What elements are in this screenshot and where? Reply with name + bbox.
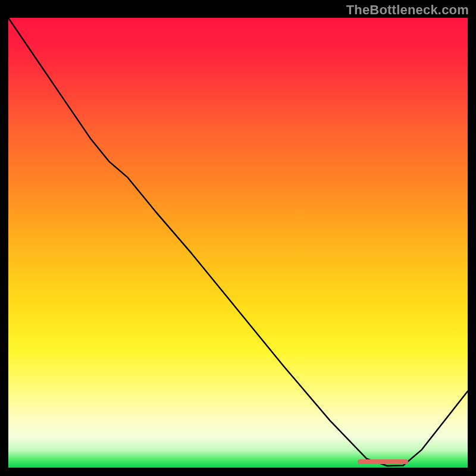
plot-area (8, 18, 468, 468)
chart-container: TheBottleneck.com (0, 0, 476, 476)
bottleneck-curve-path (8, 18, 468, 466)
watermark-text: TheBottleneck.com (346, 2, 469, 18)
curve-svg (8, 18, 468, 468)
optimal-range-marker (358, 459, 408, 464)
